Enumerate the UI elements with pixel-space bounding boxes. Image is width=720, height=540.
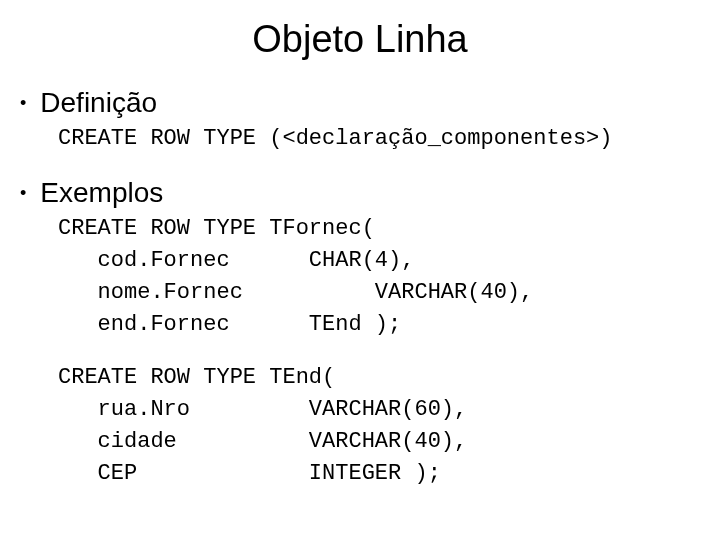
- slide: Objeto Linha • Definição CREATE ROW TYPE…: [0, 0, 720, 540]
- bullet-dot: •: [20, 184, 26, 202]
- bullet-dot: •: [20, 94, 26, 112]
- code-exemplo-2: CREATE ROW TYPE TEnd( rua.Nro VARCHAR(60…: [58, 362, 700, 490]
- heading-text: Definição: [40, 87, 157, 119]
- section-heading-exemplos: • Exemplos: [20, 177, 700, 209]
- slide-title: Objeto Linha: [20, 18, 700, 61]
- code-exemplo-1: CREATE ROW TYPE TFornec( cod.Fornec CHAR…: [58, 213, 700, 341]
- code-definicao: CREATE ROW TYPE (<declaração_componentes…: [58, 123, 700, 155]
- heading-text: Exemplos: [40, 177, 163, 209]
- section-heading-definicao: • Definição: [20, 87, 700, 119]
